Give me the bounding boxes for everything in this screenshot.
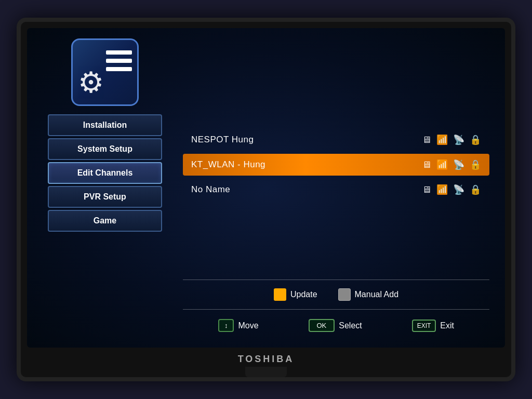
wifi-item-no-name[interactable]: No Name 🖥 📶 📡 🔒 [183,179,489,201]
tv-brand: TOSHIBA [238,354,295,365]
menu-item-installation-label: Installation [83,121,127,129]
list-line-1 [106,50,132,55]
menu-item-edit-channels-label: Edit Channels [77,168,133,177]
list-lines-decoration [106,50,132,71]
divider-top [183,280,489,280]
monitor-icon-kt-wlan: 🖥 [422,159,431,170]
icon-background: ⚙ [71,38,139,106]
lock-icon-kt-wlan: 🔒 [470,159,481,170]
menu-item-edit-channels[interactable]: Edit Channels [48,162,162,184]
right-panel: NESPOT Hung 🖥 📶 📡 🔒 KT_WLAN - Hung 🖥 [167,38,489,337]
menu-item-game[interactable]: Game [48,210,162,232]
wifi-name-nespot: NESPOT Hung [191,135,422,145]
wifi-name-no-name: No Name [191,184,422,195]
wifi-item-kt-wlan[interactable]: KT_WLAN - Hung 🖥 📶 📡 🔒 [183,154,489,176]
move-key-icon: ↕ [218,319,234,332]
wifi-item-nespot[interactable]: NESPOT Hung 🖥 📶 📡 🔒 [183,129,489,151]
exit-key-label: EXIT [417,322,431,329]
lock-icon-no-name: 🔒 [470,184,481,195]
nav-exit: EXIT Exit [412,320,454,332]
menu-item-game-label: Game [94,216,116,225]
update-label: Update [290,290,317,299]
list-line-2 [106,59,132,63]
wifi-name-kt-wlan: KT_WLAN - Hung [191,159,422,170]
update-action[interactable]: Update [274,288,317,301]
signal-icon-nespot: 📡 [453,134,464,145]
update-badge-icon [274,288,286,301]
signal-icon-no-name: 📡 [453,184,464,195]
monitor-icon-no-name: 🖥 [422,184,431,195]
move-label: Move [238,321,258,330]
move-arrow-icon: ↕ [224,322,228,329]
manual-add-action[interactable]: Manual Add [338,288,399,301]
wifi-signal-icon-kt-wlan: 📶 [436,159,448,170]
menu-item-installation[interactable]: Installation [48,114,162,136]
menu-item-system-setup[interactable]: System Setup [48,138,162,160]
menu-item-pvr-setup-label: PVR Setup [84,192,126,201]
nav-select: OK Select [309,319,362,332]
select-key-icon: OK [309,319,335,332]
tv-outer: ⚙ Installation System Setup Edit Channel… [17,18,515,381]
signal-icon-kt-wlan: 📡 [453,159,464,170]
menu-item-pvr-setup[interactable]: PVR Setup [48,186,162,208]
menu-item-system-setup-label: System Setup [77,144,132,153]
gear-icon: ⚙ [78,65,104,99]
select-label: Select [339,321,362,330]
tv-screen: ⚙ Installation System Setup Edit Channel… [27,28,505,348]
action-bar: Update Manual Add [183,284,489,305]
wifi-icons-no-name: 🖥 📶 📡 🔒 [422,184,481,195]
monitor-icon-nespot: 🖥 [422,135,431,145]
manual-add-label: Manual Add [355,290,399,299]
screen-content: ⚙ Installation System Setup Edit Channel… [27,28,505,348]
menu-items-list: Installation System Setup Edit Channels … [48,114,162,232]
exit-label: Exit [440,321,454,330]
manual-add-badge-icon [338,288,351,301]
wifi-signal-icon-no-name: 📶 [436,184,448,195]
menu-icon-container: ⚙ [71,38,139,106]
exit-key-icon: EXIT [412,320,436,332]
nav-bar: ↕ Move OK Select EXIT Exit [183,314,489,337]
nav-move: ↕ Move [218,319,259,332]
tv-stand [245,367,287,377]
wifi-signal-icon-nespot: 📶 [436,134,448,145]
wifi-network-list: NESPOT Hung 🖥 📶 📡 🔒 KT_WLAN - Hung 🖥 [183,38,489,275]
lock-icon-nespot: 🔒 [470,134,481,145]
divider-bottom [183,309,489,310]
select-key-label: OK [317,322,327,329]
wifi-icons-nespot: 🖥 📶 📡 🔒 [422,134,481,145]
list-line-3 [106,67,132,71]
left-panel: ⚙ Installation System Setup Edit Channel… [43,38,167,337]
wifi-icons-kt-wlan: 🖥 📶 📡 🔒 [422,159,481,170]
